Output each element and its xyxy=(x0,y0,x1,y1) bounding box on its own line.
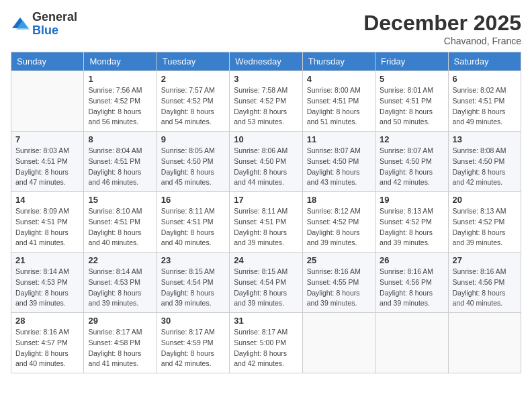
day-number: 21 xyxy=(15,255,79,265)
day-number: 26 xyxy=(380,255,443,265)
logo: General Blue xyxy=(11,11,77,38)
day-number: 16 xyxy=(161,195,225,205)
day-info: Sunrise: 8:05 AMSunset: 4:50 PMDaylight:… xyxy=(161,146,225,188)
location: Chavanod, France xyxy=(363,36,521,46)
day-number: 2 xyxy=(161,74,225,84)
day-info: Sunrise: 8:16 AMSunset: 4:56 PMDaylight:… xyxy=(380,267,443,309)
day-info: Sunrise: 8:17 AMSunset: 4:59 PMDaylight:… xyxy=(161,327,225,369)
day-number: 4 xyxy=(307,74,371,84)
day-number: 17 xyxy=(234,195,298,205)
calendar-cell: 24Sunrise: 8:15 AMSunset: 4:54 PMDayligh… xyxy=(230,253,302,313)
calendar-cell xyxy=(11,71,84,132)
day-number: 23 xyxy=(161,255,225,265)
day-number: 15 xyxy=(88,195,152,205)
calendar-cell: 4Sunrise: 8:00 AMSunset: 4:51 PMDaylight… xyxy=(302,71,375,132)
calendar-cell: 3Sunrise: 7:58 AMSunset: 4:52 PMDaylight… xyxy=(230,71,302,132)
day-number: 20 xyxy=(453,195,517,205)
day-number: 31 xyxy=(234,316,298,326)
calendar-week-row: 28Sunrise: 8:16 AMSunset: 4:57 PMDayligh… xyxy=(11,313,521,373)
day-info: Sunrise: 8:06 AMSunset: 4:50 PMDaylight:… xyxy=(234,146,298,188)
day-info: Sunrise: 8:14 AMSunset: 4:53 PMDaylight:… xyxy=(15,267,79,309)
calendar-cell: 20Sunrise: 8:13 AMSunset: 4:52 PMDayligh… xyxy=(448,192,521,253)
calendar-cell: 15Sunrise: 8:10 AMSunset: 4:51 PMDayligh… xyxy=(84,192,157,253)
day-number: 6 xyxy=(453,74,517,84)
day-number: 10 xyxy=(234,134,298,144)
weekday-header: Thursday xyxy=(302,52,375,71)
day-info: Sunrise: 8:17 AMSunset: 4:58 PMDaylight:… xyxy=(88,327,152,369)
calendar-header-row: SundayMondayTuesdayWednesdayThursdayFrid… xyxy=(11,52,521,71)
calendar-cell xyxy=(302,313,375,373)
day-number: 22 xyxy=(88,255,152,265)
day-info: Sunrise: 8:17 AMSunset: 5:00 PMDaylight:… xyxy=(234,327,298,369)
calendar-cell: 27Sunrise: 8:16 AMSunset: 4:56 PMDayligh… xyxy=(448,253,521,313)
calendar-cell: 13Sunrise: 8:08 AMSunset: 4:50 PMDayligh… xyxy=(448,132,521,192)
day-number: 9 xyxy=(161,134,225,144)
calendar-cell: 9Sunrise: 8:05 AMSunset: 4:50 PMDaylight… xyxy=(157,132,229,192)
calendar-cell: 10Sunrise: 8:06 AMSunset: 4:50 PMDayligh… xyxy=(230,132,302,192)
calendar-cell: 17Sunrise: 8:11 AMSunset: 4:51 PMDayligh… xyxy=(230,192,302,253)
calendar-cell: 30Sunrise: 8:17 AMSunset: 4:59 PMDayligh… xyxy=(157,313,229,373)
calendar-table: SundayMondayTuesdayWednesdayThursdayFrid… xyxy=(11,52,521,373)
day-info: Sunrise: 8:11 AMSunset: 4:51 PMDaylight:… xyxy=(234,206,298,248)
calendar-cell: 22Sunrise: 8:14 AMSunset: 4:53 PMDayligh… xyxy=(84,253,157,313)
calendar-cell: 14Sunrise: 8:09 AMSunset: 4:51 PMDayligh… xyxy=(11,192,84,253)
day-number: 27 xyxy=(453,255,517,265)
calendar-cell: 2Sunrise: 7:57 AMSunset: 4:52 PMDaylight… xyxy=(157,71,229,132)
day-number: 7 xyxy=(15,134,79,144)
calendar-cell: 26Sunrise: 8:16 AMSunset: 4:56 PMDayligh… xyxy=(375,253,448,313)
day-number: 25 xyxy=(307,255,371,265)
day-info: Sunrise: 8:10 AMSunset: 4:51 PMDaylight:… xyxy=(88,206,152,248)
day-info: Sunrise: 8:00 AMSunset: 4:51 PMDaylight:… xyxy=(307,85,371,128)
day-info: Sunrise: 8:16 AMSunset: 4:55 PMDaylight:… xyxy=(307,267,371,309)
day-number: 13 xyxy=(453,134,517,144)
weekday-header: Friday xyxy=(375,52,448,71)
day-number: 24 xyxy=(234,255,298,265)
calendar-cell: 12Sunrise: 8:07 AMSunset: 4:50 PMDayligh… xyxy=(375,132,448,192)
day-info: Sunrise: 8:13 AMSunset: 4:52 PMDaylight:… xyxy=(453,206,517,248)
calendar-cell: 29Sunrise: 8:17 AMSunset: 4:58 PMDayligh… xyxy=(84,313,157,373)
day-info: Sunrise: 7:58 AMSunset: 4:52 PMDaylight:… xyxy=(234,85,298,128)
calendar-cell: 31Sunrise: 8:17 AMSunset: 5:00 PMDayligh… xyxy=(230,313,302,373)
day-number: 3 xyxy=(234,74,298,84)
day-info: Sunrise: 8:14 AMSunset: 4:53 PMDaylight:… xyxy=(88,267,152,309)
logo-icon xyxy=(11,15,30,34)
day-number: 18 xyxy=(307,195,371,205)
calendar-cell: 16Sunrise: 8:11 AMSunset: 4:51 PMDayligh… xyxy=(157,192,229,253)
calendar-week-row: 7Sunrise: 8:03 AMSunset: 4:51 PMDaylight… xyxy=(11,132,521,192)
weekday-header: Sunday xyxy=(11,52,84,71)
header: General Blue December 2025 Chavanod, Fra… xyxy=(11,11,521,46)
day-info: Sunrise: 7:57 AMSunset: 4:52 PMDaylight:… xyxy=(161,85,225,128)
calendar-cell: 5Sunrise: 8:01 AMSunset: 4:51 PMDaylight… xyxy=(375,71,448,132)
calendar-week-row: 14Sunrise: 8:09 AMSunset: 4:51 PMDayligh… xyxy=(11,192,521,253)
day-number: 28 xyxy=(15,316,79,326)
calendar-cell: 23Sunrise: 8:15 AMSunset: 4:54 PMDayligh… xyxy=(157,253,229,313)
logo-general: General xyxy=(32,10,77,24)
day-info: Sunrise: 7:56 AMSunset: 4:52 PMDaylight:… xyxy=(88,85,152,128)
day-info: Sunrise: 8:16 AMSunset: 4:57 PMDaylight:… xyxy=(15,327,79,369)
day-info: Sunrise: 8:09 AMSunset: 4:51 PMDaylight:… xyxy=(15,206,79,248)
weekday-header: Wednesday xyxy=(230,52,302,71)
calendar-cell: 21Sunrise: 8:14 AMSunset: 4:53 PMDayligh… xyxy=(11,253,84,313)
calendar-cell: 6Sunrise: 8:02 AMSunset: 4:51 PMDaylight… xyxy=(448,71,521,132)
calendar-cell: 8Sunrise: 8:04 AMSunset: 4:51 PMDaylight… xyxy=(84,132,157,192)
day-number: 14 xyxy=(15,195,79,205)
calendar-cell: 19Sunrise: 8:13 AMSunset: 4:52 PMDayligh… xyxy=(375,192,448,253)
calendar-cell xyxy=(448,313,521,373)
calendar-cell: 1Sunrise: 7:56 AMSunset: 4:52 PMDaylight… xyxy=(84,71,157,132)
calendar-week-row: 1Sunrise: 7:56 AMSunset: 4:52 PMDaylight… xyxy=(11,71,521,132)
day-number: 8 xyxy=(88,134,152,144)
day-info: Sunrise: 8:11 AMSunset: 4:51 PMDaylight:… xyxy=(161,206,225,248)
calendar-cell: 25Sunrise: 8:16 AMSunset: 4:55 PMDayligh… xyxy=(302,253,375,313)
calendar-cell: 11Sunrise: 8:07 AMSunset: 4:50 PMDayligh… xyxy=(302,132,375,192)
logo-blue: Blue xyxy=(32,24,58,37)
logo-text: General Blue xyxy=(32,11,77,38)
day-info: Sunrise: 8:07 AMSunset: 4:50 PMDaylight:… xyxy=(307,146,371,188)
title-area: December 2025 Chavanod, France xyxy=(363,11,521,46)
day-number: 29 xyxy=(88,316,152,326)
day-number: 30 xyxy=(161,316,225,326)
day-info: Sunrise: 8:03 AMSunset: 4:51 PMDaylight:… xyxy=(15,146,79,188)
calendar-cell: 18Sunrise: 8:12 AMSunset: 4:52 PMDayligh… xyxy=(302,192,375,253)
day-info: Sunrise: 8:02 AMSunset: 4:51 PMDaylight:… xyxy=(453,85,517,128)
calendar-week-row: 21Sunrise: 8:14 AMSunset: 4:53 PMDayligh… xyxy=(11,253,521,313)
day-info: Sunrise: 8:08 AMSunset: 4:50 PMDaylight:… xyxy=(453,146,517,188)
